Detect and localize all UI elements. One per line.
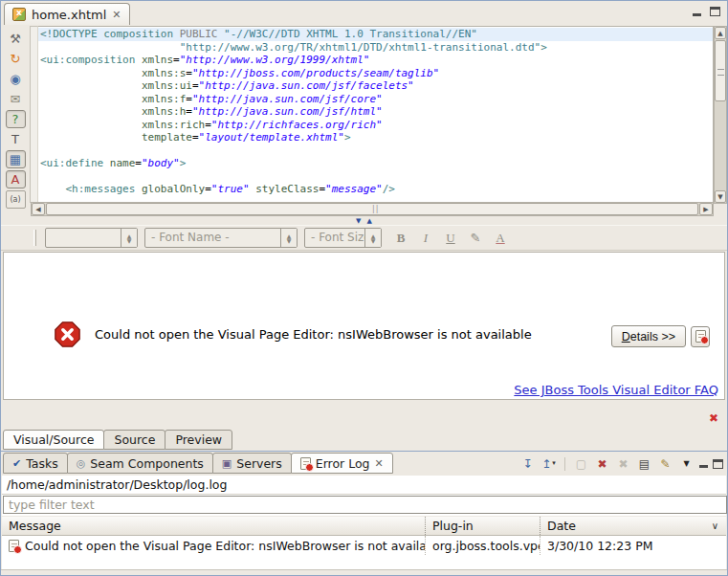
faq-link[interactable]: See JBoss Tools Visual Editor FAQ [514, 383, 718, 397]
show-selection-bar-icon[interactable]: ▦ [6, 150, 26, 168]
refresh-icon[interactable]: ↻ [6, 50, 26, 68]
cell-message: Could not open the Visual Page Editor: n… [2, 536, 425, 555]
sash-down-icon[interactable]: ▼ [356, 218, 361, 225]
vpe-status-band: ✖ [1, 401, 727, 429]
font-color-button[interactable]: A [492, 230, 509, 247]
block-format-select[interactable]: ▲▼ [45, 228, 138, 248]
code-line: <!DOCTYPE composition PUBLIC "-//W3C//DT… [38, 28, 713, 41]
panel-separator[interactable] [1, 451, 727, 452]
tab-label: Servers [236, 456, 282, 471]
panel-tabbar: ✔Tasks◎Seam Components▣ServersError Log✕ [3, 453, 392, 474]
tasks-icon: ✔ [12, 458, 21, 469]
tab-label: Seam Components [90, 456, 204, 471]
tab-source[interactable]: Source [103, 430, 165, 450]
scroll-up-icon[interactable]: ▲ [715, 27, 726, 39]
filter-bar [2, 495, 726, 516]
tab-error-log[interactable]: Error Log✕ [291, 453, 393, 474]
eclipse-window: home.xhtml ✕ ⚒↻◉✉?T▦A(a) <!DOCTYPE compo… [0, 0, 728, 576]
filter-input[interactable] [3, 496, 727, 514]
maximize-icon[interactable] [710, 7, 720, 16]
italic-button[interactable]: I [417, 230, 434, 247]
tab-label: Tasks [26, 456, 58, 471]
tab-servers[interactable]: ▣Servers [212, 453, 292, 474]
code-line [38, 170, 713, 184]
open-log-icon[interactable]: ▤ [636, 455, 652, 472]
details-button[interactable]: Details >> [611, 325, 686, 347]
toolbar-grip[interactable] [33, 230, 36, 246]
column-header-date[interactable]: Date∨ [540, 517, 726, 535]
servers-icon: ▣ [222, 458, 232, 469]
import-log-icon[interactable]: ↥▾ [540, 455, 557, 472]
seam-components-icon: ◎ [77, 458, 86, 469]
error-log-table-header: MessagePlug-inDate∨ [2, 517, 726, 536]
horizontal-scroll-thumb[interactable] [46, 203, 698, 215]
tab-preview[interactable]: Preview [165, 430, 232, 450]
delete-icon[interactable]: ✖ [615, 455, 631, 472]
underline-button[interactable]: U [442, 230, 459, 247]
close-tab-icon[interactable]: ✕ [375, 458, 384, 469]
code-line: xmlns:rich="http://richfaces.org/rich" [38, 119, 713, 132]
code-line: xmlns:s="http://jboss.com/products/seam/… [38, 67, 713, 80]
annotation-ruler [30, 26, 38, 203]
restore-log-icon[interactable]: ✎ [657, 455, 673, 472]
font-size-select[interactable]: - Font Size - ▲▼ [304, 228, 382, 248]
show-non-visual-tags-icon[interactable]: ? [6, 110, 26, 128]
sash-up-icon[interactable]: ▲ [367, 218, 372, 225]
error-log-table-body [2, 555, 726, 570]
preferences-icon[interactable]: ⚒ [6, 30, 26, 48]
error-dialog-icon [55, 321, 80, 347]
chevron-down-icon[interactable]: ∨ [712, 521, 718, 531]
code-line: xmlns:h="http://java.sun.com/jsf/html" [38, 105, 713, 119]
horizontal-scrollbar[interactable]: ◀ ▶ [31, 202, 714, 216]
error-log-icon [300, 457, 311, 470]
tab-home-xhtml[interactable]: home.xhtml ✕ [4, 3, 130, 25]
error-log-icon [9, 540, 19, 552]
view-menu-icon[interactable]: ▼ [678, 455, 695, 472]
column-header-message[interactable]: Message [2, 517, 425, 535]
vertical-scrollbar[interactable]: ▲ ▼ [714, 26, 727, 204]
font-name-select[interactable]: - Font Name - ▲▼ [144, 228, 298, 248]
editor-splitter-sash[interactable]: ▼ ▲ [1, 217, 727, 225]
error-message-text: Could not open the Visual Page Editor: n… [95, 327, 532, 342]
spinner-icon[interactable]: ▲▼ [364, 229, 381, 247]
clear-log-icon[interactable]: ▢ [573, 455, 589, 472]
scroll-left-icon[interactable]: ◀ [32, 203, 45, 215]
maximize-icon[interactable] [713, 459, 723, 469]
text-formatting-palette-icon[interactable]: A [6, 170, 26, 188]
strikethrough-button[interactable]: ✎ [467, 230, 484, 247]
tab-label: Error Log [316, 456, 370, 471]
externalize-strings-icon[interactable]: ◉ [6, 70, 26, 88]
code-line: <ui:composition xmlns="http://www.w3.org… [38, 54, 713, 67]
tab-tasks[interactable]: ✔Tasks [3, 453, 68, 474]
column-header-plug-in[interactable]: Plug-in [425, 517, 540, 535]
close-error-pane-icon[interactable]: ✖ [709, 412, 718, 424]
close-tab-icon[interactable]: ✕ [112, 10, 121, 20]
show-error-log-button[interactable] [691, 326, 710, 347]
scroll-down-icon[interactable]: ▼ [715, 190, 726, 203]
minimize-icon[interactable] [693, 13, 701, 16]
code-line: "http://www.w3.org/TR/xhtml1/DTD/xhtml1-… [38, 41, 713, 55]
error-message-row: Could not open the Visual Page Editor: n… [55, 321, 532, 347]
status-bar [1, 569, 727, 575]
panel-toolbar: ↧↥▾▢✖✖▤✎▼ [519, 455, 723, 472]
scroll-right-icon[interactable]: ▶ [699, 203, 713, 215]
spinner-icon[interactable]: ▲▼ [280, 229, 297, 247]
vertical-scroll-thumb[interactable] [715, 40, 726, 101]
tab-seam-components[interactable]: ◎Seam Components [67, 453, 213, 474]
code-area[interactable]: <!DOCTYPE composition PUBLIC "-//W3C//DT… [38, 26, 714, 203]
bold-button[interactable]: B [392, 230, 409, 247]
error-log-table-row[interactable]: Could not open the Visual Page Editor: n… [2, 536, 726, 555]
error-actions: Details >> [611, 325, 710, 347]
cell-date: 3/30/10 12:23 PM [540, 536, 726, 555]
page-design-options-icon[interactable]: ✉ [6, 90, 26, 108]
show-text-formatting-icon[interactable]: T [6, 130, 26, 148]
show-bundles-el-icon[interactable]: (a) [6, 190, 26, 209]
visual-editor-pane: Could not open the Visual Page Editor: n… [3, 252, 725, 400]
error-log-icon [695, 330, 706, 343]
code-line [38, 144, 713, 158]
minimize-icon[interactable] [699, 465, 708, 468]
delete-log-icon[interactable]: ✖ [594, 455, 610, 472]
tab-visual-source[interactable]: Visual/Source [3, 430, 104, 450]
export-log-icon[interactable]: ↧ [519, 455, 536, 472]
spinner-icon[interactable]: ▲▼ [121, 229, 137, 247]
